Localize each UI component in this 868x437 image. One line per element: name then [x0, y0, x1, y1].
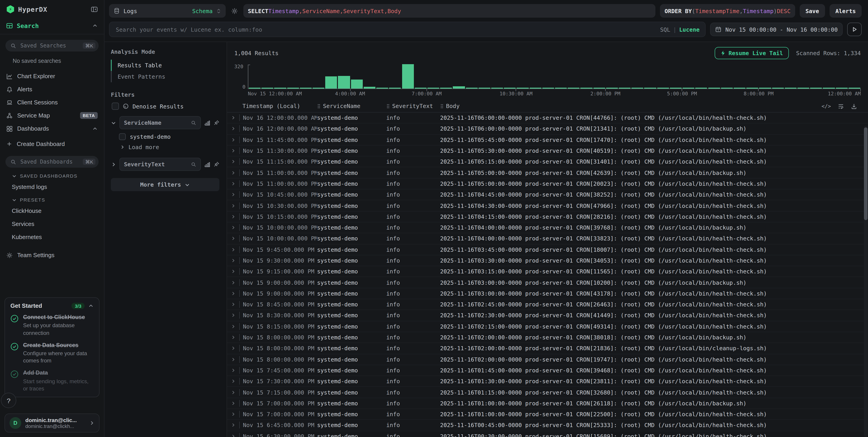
- facet-value-checkbox[interactable]: [119, 133, 126, 140]
- run-query-button[interactable]: [847, 23, 862, 36]
- log-row[interactable]: Nov 15 9:30:00.000 PMsystemd-demoinfo202…: [227, 255, 868, 266]
- log-row[interactable]: Nov 15 10:45:00.000 PMsystemd-demoinfo20…: [227, 189, 868, 200]
- log-row[interactable]: Nov 15 8:00:00.000 PMsystemd-demoinfo202…: [227, 354, 868, 365]
- log-row[interactable]: Nov 15 9:00:00.000 PMsystemd-demoinfo202…: [227, 288, 868, 299]
- create-dashboard-button[interactable]: Create Dashboard: [0, 135, 104, 150]
- saved-searches-input[interactable]: ⌘K: [5, 40, 99, 52]
- row-expand-icon[interactable]: [227, 313, 239, 318]
- histogram-bar[interactable]: [466, 88, 477, 89]
- histogram-bar[interactable]: [644, 88, 656, 89]
- saved-searches-field[interactable]: [20, 42, 80, 49]
- log-row[interactable]: Nov 15 8:45:00.000 PMsystemd-demoinfo202…: [227, 299, 868, 310]
- row-expand-icon[interactable]: [227, 247, 239, 252]
- histogram-bar[interactable]: [683, 88, 694, 89]
- log-row[interactable]: Nov 15 6:45:00.000 PMsystemd-demoinfo202…: [227, 420, 868, 431]
- log-row[interactable]: Nov 15 8:15:00.000 PMsystemd-demoinfo202…: [227, 321, 868, 332]
- query-language-toggle[interactable]: SQL|Lucene: [660, 26, 700, 33]
- sidebar-item-service-map[interactable]: Service Map BETA: [0, 109, 104, 122]
- text-wrap-icon[interactable]: [838, 103, 844, 109]
- histogram-bar[interactable]: [300, 88, 312, 89]
- user-profile-button[interactable]: D dominic.tran@clic... dominic.tran@clic…: [4, 413, 99, 433]
- saved-dashboards-input[interactable]: ⌘K: [5, 156, 99, 168]
- saved-dashboards-section-header[interactable]: SAVED DASHBOARDS: [0, 169, 104, 180]
- get-started-step-add-data[interactable]: Add Data Start sending logs, metrics, or…: [10, 369, 94, 392]
- log-row[interactable]: Nov 15 9:15:00.000 PMsystemd-demoinfo202…: [227, 266, 868, 277]
- facet-value-systemd-demo[interactable]: systemd-demo: [119, 133, 219, 140]
- histogram-bar[interactable]: [670, 88, 682, 89]
- denoise-results-toggle[interactable]: Denoise Results: [112, 103, 219, 110]
- facet-search-box[interactable]: SeverityText: [119, 158, 201, 171]
- histogram-bar[interactable]: [440, 88, 452, 89]
- row-expand-icon[interactable]: [227, 115, 239, 120]
- sidebar-item-search[interactable]: Search: [0, 18, 104, 34]
- histogram-bar[interactable]: [836, 88, 847, 89]
- log-row[interactable]: Nov 15 7:45:00.000 PMsystemd-demoinfo202…: [227, 365, 868, 376]
- row-expand-icon[interactable]: [227, 170, 239, 175]
- histogram-bar[interactable]: [734, 88, 745, 89]
- row-expand-icon[interactable]: [227, 434, 239, 437]
- source-settings-button[interactable]: [230, 6, 239, 15]
- histogram-bar[interactable]: [389, 88, 401, 89]
- histogram-bar[interactable]: [529, 88, 541, 89]
- presets-section-header[interactable]: PRESETS: [0, 194, 104, 204]
- event-search-box[interactable]: SQL|Lucene: [109, 22, 705, 37]
- chevron-down-icon[interactable]: [111, 120, 116, 125]
- row-expand-icon[interactable]: [227, 346, 239, 351]
- row-expand-icon[interactable]: [227, 126, 239, 131]
- date-range-picker[interactable]: Nov 15 00:00:00 - Nov 16 00:00:00: [710, 23, 843, 36]
- histogram-bar[interactable]: [759, 88, 771, 89]
- chevron-up-icon[interactable]: [88, 303, 94, 308]
- resume-live-tail-button[interactable]: Resume Live Tail: [714, 47, 789, 59]
- histogram-bar[interactable]: [313, 88, 324, 89]
- histogram-bar[interactable]: [249, 88, 260, 89]
- histogram-bar[interactable]: [351, 79, 363, 89]
- log-row[interactable]: Nov 16 12:00:00.000 AMsystemd-demoinfo20…: [227, 112, 868, 124]
- drag-handle-icon[interactable]: [386, 103, 390, 109]
- pin-icon[interactable]: [214, 161, 219, 167]
- row-expand-icon[interactable]: [227, 401, 239, 406]
- histogram-bar[interactable]: [555, 88, 567, 89]
- histogram-bar[interactable]: [261, 88, 273, 89]
- more-filters-button[interactable]: More filters: [111, 178, 219, 191]
- row-expand-icon[interactable]: [227, 236, 239, 241]
- histogram-bar[interactable]: [798, 88, 809, 89]
- histogram-bar[interactable]: [708, 88, 720, 89]
- save-button[interactable]: Save: [800, 4, 825, 18]
- source-selector[interactable]: Logs Schema: [109, 4, 226, 18]
- saved-dashboards-field[interactable]: [20, 158, 80, 165]
- row-expand-icon[interactable]: [227, 258, 239, 263]
- help-button[interactable]: ?: [1, 393, 16, 408]
- histogram-bar[interactable]: [402, 64, 414, 89]
- view-source-icon[interactable]: </>: [822, 103, 831, 109]
- mode-results-table[interactable]: Results Table: [111, 60, 219, 71]
- histogram-bar[interactable]: [772, 88, 784, 89]
- histogram-bar[interactable]: [823, 88, 835, 89]
- histogram-bar[interactable]: [848, 88, 860, 89]
- histogram-bar[interactable]: [364, 87, 375, 89]
- mode-event-patterns[interactable]: Event Patterns: [111, 71, 219, 82]
- column-header-timestamp[interactable]: Timestamp (Local): [239, 103, 317, 109]
- log-row[interactable]: Nov 15 8:00:00.000 PMsystemd-demoinfo202…: [227, 332, 868, 343]
- row-expand-icon[interactable]: [227, 181, 239, 186]
- histogram-bar[interactable]: [453, 86, 465, 89]
- row-expand-icon[interactable]: [227, 379, 239, 384]
- row-expand-icon[interactable]: [227, 214, 239, 219]
- histogram-bar[interactable]: [721, 88, 733, 89]
- chevron-right-icon[interactable]: [111, 162, 116, 167]
- histogram-bar[interactable]: [478, 88, 490, 89]
- histogram-plot[interactable]: [248, 65, 861, 89]
- sidebar-item-client-sessions[interactable]: Client Sessions: [0, 96, 104, 109]
- histogram-bar[interactable]: [632, 88, 644, 89]
- column-header-servicename[interactable]: ServiceName: [317, 103, 386, 109]
- log-row[interactable]: Nov 15 7:00:00.000 PMsystemd-demoinfo202…: [227, 409, 868, 420]
- sidebar-collapse-button[interactable]: [90, 5, 99, 13]
- histogram-bar[interactable]: [568, 88, 580, 89]
- histogram-bar[interactable]: [619, 88, 630, 89]
- log-row[interactable]: Nov 15 8:00:00.000 PMsystemd-demoinfo202…: [227, 343, 868, 354]
- log-row[interactable]: Nov 15 7:00:00.000 PMsystemd-demoinfo202…: [227, 398, 868, 409]
- row-expand-icon[interactable]: [227, 269, 239, 274]
- sidebar-item-alerts[interactable]: Alerts: [0, 83, 104, 96]
- facet-chart-icon[interactable]: [204, 161, 210, 167]
- denoise-checkbox[interactable]: [112, 103, 119, 110]
- get-started-step-sources[interactable]: Create Data Sources Configure where your…: [10, 342, 94, 365]
